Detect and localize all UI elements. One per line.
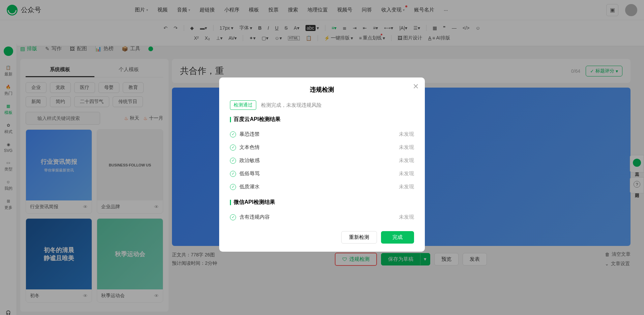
check-icon: ✓ bbox=[230, 171, 236, 177]
check-icon: ✓ bbox=[230, 131, 236, 137]
check-icon: ✓ bbox=[230, 158, 236, 164]
check-item: ✓政治敏感未发现 bbox=[230, 154, 414, 167]
retry-button[interactable]: 重新检测 bbox=[341, 231, 377, 244]
done-button[interactable]: 完成 bbox=[381, 231, 414, 244]
modal-title: 违规检测 bbox=[230, 86, 414, 94]
result-summary: 检测完成，未发现违规风险 bbox=[261, 102, 322, 108]
check-item: ✓含有违规内容未发现 bbox=[230, 211, 414, 224]
check-icon: ✓ bbox=[230, 214, 236, 220]
close-icon[interactable]: ✕ bbox=[413, 82, 419, 91]
check-item: ✓文本色情未发现 bbox=[230, 141, 414, 154]
pass-badge: 检测通过 bbox=[230, 100, 256, 110]
check-item: ✓低质灌水未发现 bbox=[230, 180, 414, 193]
check-item: ✓暴恐违禁未发现 bbox=[230, 128, 414, 141]
modal-overlay[interactable]: ✕ 违规检测 检测通过 检测完成，未发现违规风险 百度云API检测结果 ✓暴恐违… bbox=[0, 0, 644, 315]
check-icon: ✓ bbox=[230, 145, 236, 151]
section-wechat: 微信API检测结果 bbox=[230, 199, 414, 206]
section-baidu: 百度云API检测结果 bbox=[230, 116, 414, 123]
check-icon: ✓ bbox=[230, 184, 236, 190]
violation-modal: ✕ 违规检测 检测通过 检测完成，未发现违规风险 百度云API检测结果 ✓暴恐违… bbox=[219, 77, 425, 252]
check-item: ✓低俗辱骂未发现 bbox=[230, 167, 414, 180]
